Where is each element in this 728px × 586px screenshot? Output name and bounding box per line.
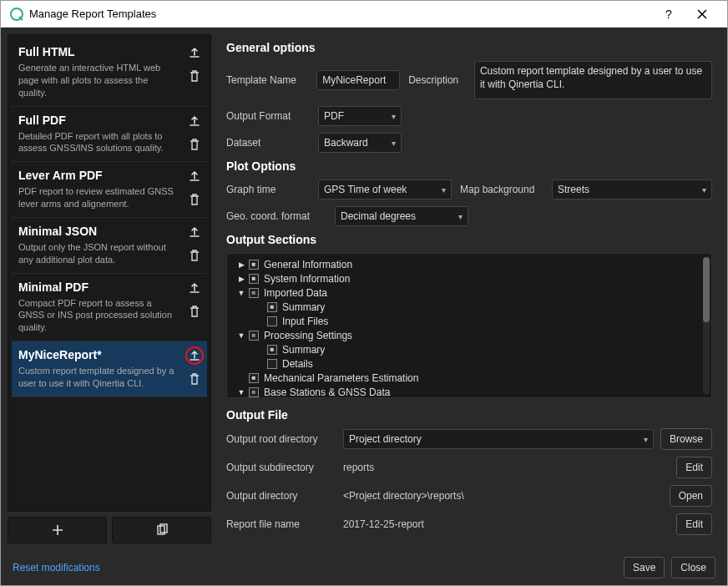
left-panel: Full HTMLGenerate an interactive HTML we… bbox=[1, 28, 218, 550]
help-button[interactable]: ? bbox=[652, 1, 685, 27]
template-item[interactable]: Minimal JSONOutput only the JSON report … bbox=[12, 218, 207, 274]
template-name: Minimal JSON bbox=[18, 225, 202, 238]
template-item[interactable]: MyNiceReport*Custom report template desi… bbox=[12, 341, 207, 397]
tree-label: Summary bbox=[282, 344, 325, 356]
template-name: Lever Arm PDF bbox=[18, 169, 202, 182]
tree-checkbox[interactable] bbox=[249, 387, 259, 397]
template-item[interactable]: Full PDFDetailed PDF report with all plo… bbox=[12, 107, 207, 163]
tree-row[interactable]: ▶System Information bbox=[229, 271, 710, 285]
description-textarea[interactable]: Custom report template designed by a use… bbox=[474, 61, 712, 99]
description-label: Description bbox=[408, 74, 466, 86]
reset-link[interactable]: Reset modifications bbox=[13, 562, 100, 573]
map-bg-label: Map background bbox=[460, 184, 543, 195]
delete-icon[interactable] bbox=[185, 246, 204, 265]
output-sections-header: Output Sections bbox=[226, 233, 712, 246]
browse-button[interactable]: Browse bbox=[660, 428, 712, 450]
template-desc: Compact PDF report to assess a GNSS or I… bbox=[18, 297, 202, 335]
delete-icon[interactable] bbox=[185, 135, 204, 154]
export-icon[interactable] bbox=[185, 112, 204, 130]
output-format-select[interactable]: PDF bbox=[318, 106, 402, 126]
template-desc: Output only the JSON report without any … bbox=[18, 241, 202, 266]
export-icon[interactable] bbox=[185, 167, 204, 185]
tree-label: Summary bbox=[282, 301, 325, 313]
template-name: Full PDF bbox=[18, 114, 202, 127]
tree-checkbox[interactable] bbox=[249, 260, 259, 270]
tree-row[interactable]: ▶General Information bbox=[229, 257, 710, 271]
export-icon[interactable] bbox=[185, 223, 204, 241]
subdir-label: Output subdirectory bbox=[226, 462, 336, 473]
coord-format-select[interactable]: Decimal degrees bbox=[335, 206, 468, 226]
tree-label: Base Stations & GNSS Data bbox=[264, 386, 390, 398]
edit-subdir-button[interactable]: Edit bbox=[676, 457, 712, 478]
tree-label: General Information bbox=[264, 259, 352, 270]
tree-checkbox[interactable] bbox=[267, 345, 277, 355]
dialog-title: Manage Report Templates bbox=[29, 8, 652, 20]
titlebar: Manage Report Templates ? bbox=[1, 1, 727, 28]
delete-icon[interactable] bbox=[185, 302, 204, 321]
scrollbar-thumb[interactable] bbox=[703, 257, 710, 322]
tree-row[interactable]: Summary bbox=[229, 300, 710, 314]
app-icon bbox=[9, 7, 24, 22]
close-button[interactable]: Close bbox=[671, 557, 715, 578]
root-dir-label: Output root directory bbox=[226, 433, 336, 445]
tree-checkbox[interactable] bbox=[249, 288, 259, 298]
template-name-input[interactable] bbox=[316, 70, 400, 90]
tree-twist-icon[interactable]: ▶ bbox=[235, 260, 247, 269]
template-name-label: Template Name bbox=[226, 74, 308, 86]
close-window-button[interactable] bbox=[685, 1, 719, 27]
sections-tree[interactable]: ▶General Information▶System Information▼… bbox=[226, 253, 712, 398]
dataset-select[interactable]: Backward bbox=[318, 133, 402, 153]
export-icon[interactable] bbox=[185, 43, 204, 62]
tree-label: Processing Settings bbox=[264, 330, 352, 341]
tree-twist-icon[interactable]: ▶ bbox=[235, 275, 247, 283]
template-list: Full HTMLGenerate an interactive HTML we… bbox=[8, 34, 211, 512]
tree-twist-icon[interactable]: ▼ bbox=[235, 289, 247, 297]
dialog-window: Manage Report Templates ? Full HTMLGener… bbox=[0, 0, 728, 586]
tree-row[interactable]: Input Files bbox=[229, 314, 710, 328]
tree-label: Mechanical Parameters Estimation bbox=[264, 372, 418, 384]
tree-checkbox[interactable] bbox=[249, 373, 259, 383]
tree-row[interactable]: Details bbox=[229, 356, 710, 371]
tree-row[interactable]: Summary bbox=[229, 342, 710, 356]
save-button[interactable]: Save bbox=[624, 557, 665, 578]
delete-icon[interactable] bbox=[185, 67, 204, 85]
template-item[interactable]: Lever Arm PDFPDF report to review estima… bbox=[12, 162, 207, 218]
template-item[interactable]: Minimal PDFCompact PDF report to assess … bbox=[12, 274, 207, 342]
delete-icon[interactable] bbox=[185, 370, 204, 388]
filename-value: 2017-12-25-report bbox=[343, 518, 670, 530]
right-panel: General options Template Name Descriptio… bbox=[218, 28, 727, 550]
export-icon[interactable] bbox=[185, 346, 204, 365]
add-template-button[interactable] bbox=[8, 517, 107, 543]
tree-row[interactable]: ▼Base Stations & GNSS Data bbox=[229, 385, 710, 398]
tree-checkbox[interactable] bbox=[267, 359, 277, 369]
open-dir-button[interactable]: Open bbox=[670, 485, 712, 507]
template-item[interactable]: Full HTMLGenerate an interactive HTML we… bbox=[12, 38, 207, 107]
outdir-label: Output directory bbox=[226, 490, 336, 502]
template-desc: Custom report template designed by a use… bbox=[18, 365, 202, 390]
tree-twist-icon[interactable]: ▼ bbox=[235, 331, 247, 340]
tree-row[interactable]: ▼Imported Data bbox=[229, 285, 710, 300]
tree-twist-icon[interactable]: ▼ bbox=[235, 388, 247, 397]
footer: Reset modifications Save Close bbox=[1, 550, 727, 585]
template-desc: Generate an interactive HTML web page wi… bbox=[18, 62, 202, 99]
delete-icon[interactable] bbox=[185, 190, 204, 209]
tree-row[interactable]: ▼Processing Settings bbox=[229, 328, 710, 342]
map-bg-select[interactable]: Streets bbox=[552, 179, 712, 200]
graph-time-select[interactable]: GPS Time of week bbox=[318, 179, 452, 200]
tree-checkbox[interactable] bbox=[267, 302, 277, 312]
tree-checkbox[interactable] bbox=[267, 316, 277, 326]
template-name: Minimal PDF bbox=[18, 280, 202, 294]
tree-label: Imported Data bbox=[264, 287, 327, 299]
tree-scrollbar[interactable] bbox=[703, 257, 710, 394]
output-file-header: Output File bbox=[226, 408, 712, 422]
root-dir-select[interactable]: Project directory bbox=[343, 429, 654, 449]
template-name: MyNiceReport* bbox=[18, 348, 202, 361]
edit-filename-button[interactable]: Edit bbox=[676, 513, 712, 535]
outdir-value: <Project directory>\reports\ bbox=[343, 490, 663, 502]
template-desc: PDF report to review estimated GNSS leve… bbox=[18, 185, 202, 210]
duplicate-template-button[interactable] bbox=[112, 517, 211, 543]
tree-checkbox[interactable] bbox=[249, 274, 259, 284]
tree-checkbox[interactable] bbox=[249, 331, 259, 341]
tree-row[interactable]: Mechanical Parameters Estimation bbox=[229, 371, 710, 385]
export-icon[interactable] bbox=[185, 279, 204, 297]
